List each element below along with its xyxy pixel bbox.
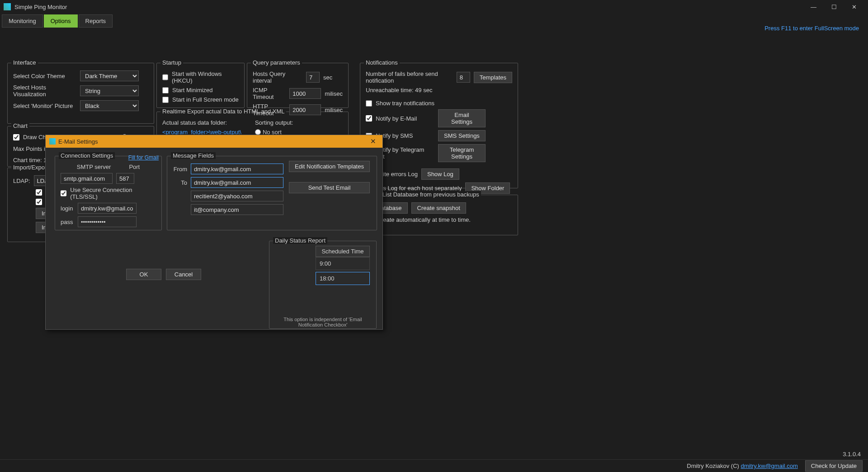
dialog-title: E-Mail Settings: [58, 138, 368, 145]
notify-telegram-label: Notify by Telegram Bot: [376, 146, 434, 160]
group-title: Chart: [11, 122, 29, 129]
group-query-parameters: Query parameters Hosts Query interval se…: [247, 63, 349, 108]
to-input-2[interactable]: [191, 191, 283, 201]
daily-note: This option is independent of 'Email Not…: [271, 317, 374, 327]
start-minimized-label: Start Minimized: [172, 87, 213, 93]
fails-input[interactable]: [457, 72, 470, 83]
notify-sms-label: Notify by SMS: [376, 132, 434, 139]
group-interface: Interface Select Color Theme Dark Theme …: [7, 63, 154, 124]
check-update-button[interactable]: Check for Update: [805, 460, 863, 472]
icmp-label: ICMP Timeout: [253, 87, 286, 100]
group-title: Daily Status Report: [273, 237, 327, 244]
port-header: Port: [129, 164, 140, 170]
port-input[interactable]: [116, 173, 134, 184]
group-title: Startup: [160, 59, 183, 66]
telegram-settings-button[interactable]: Telegram Settings: [438, 144, 486, 162]
tab-options[interactable]: Options: [44, 14, 78, 28]
templates-button[interactable]: Templates: [474, 72, 512, 83]
hosts-viz-label: Select Hosts Visualization: [13, 84, 76, 98]
group-restore: Hosts List Database from previous backup…: [360, 195, 518, 235]
secure-checkbox[interactable]: [61, 190, 66, 196]
dialog-close-button[interactable]: ✕: [368, 137, 379, 145]
minimize-button[interactable]: —: [803, 0, 824, 14]
group-title: Query parameters: [251, 59, 302, 66]
from-input[interactable]: [191, 164, 283, 174]
sms-settings-button[interactable]: SMS Settings: [438, 130, 486, 141]
notify-email-checkbox[interactable]: [366, 115, 372, 122]
tray-checkbox[interactable]: [366, 100, 372, 107]
close-button[interactable]: ✕: [844, 0, 864, 14]
author-email-link[interactable]: dmitry.kw@gmail.com: [741, 463, 797, 469]
monitor-pic-label: Select 'Monitor' Picture: [13, 103, 76, 109]
login-input[interactable]: [78, 203, 137, 214]
author-label: Dmitry Koziakov (C) dmitry.kw@gmail.com: [687, 463, 798, 469]
notify-email-label: Notify by E-Mail: [376, 115, 434, 122]
sort-label: Sorting output:: [255, 119, 293, 126]
fill-gmail-link[interactable]: Fill for Gmail: [128, 154, 159, 161]
scheduled-time-1[interactable]: 9:00: [316, 257, 370, 270]
group-daily-status-report: Daily Status Report Scheduled Time 9:00 …: [269, 241, 377, 329]
ldap-label: LDAP:: [13, 178, 30, 184]
to-label: To: [173, 179, 187, 186]
maximize-button[interactable]: ☐: [824, 0, 844, 14]
http-unit: milisec: [325, 107, 343, 113]
http-input[interactable]: [289, 104, 321, 115]
tabbar: Monitoring Options Reports: [0, 14, 868, 28]
http-label: HTTP Timeout: [253, 103, 286, 117]
monitor-pic-select[interactable]: Black: [80, 100, 139, 111]
app-icon: [4, 3, 11, 10]
tab-monitoring[interactable]: Monitoring: [2, 14, 43, 28]
group-notifications: Notifications Number of fails before sen…: [360, 63, 518, 188]
pass-input[interactable]: [78, 216, 137, 227]
group-title: Message Fields: [171, 152, 216, 159]
from-label: From: [173, 166, 187, 173]
cancel-button[interactable]: Cancel: [166, 269, 201, 280]
inc-checkbox[interactable]: [36, 189, 42, 196]
email-settings-dialog: E-Mail Settings ✕ Connection Settings Fi…: [45, 135, 383, 330]
interval-input[interactable]: [306, 72, 320, 83]
snapshot-button[interactable]: Create snapshot: [411, 202, 466, 214]
color-theme-label: Select Color Theme: [13, 73, 76, 79]
folder-label: Actual status data folder:: [162, 119, 227, 126]
titlebar: Simple Ping Monitor — ☐ ✕: [0, 0, 868, 14]
group-title: Notifications: [364, 59, 400, 66]
start-windows-label: Start with Windows (HKCU): [172, 70, 239, 84]
ok-button[interactable]: OK: [126, 269, 161, 280]
icmp-unit: milisec: [325, 90, 343, 97]
group-message-fields: Message Fields From To: [167, 156, 377, 230]
send-test-button[interactable]: Send Test Email: [289, 182, 370, 193]
smtp-header: SMTP server: [77, 164, 111, 170]
draw-charts-checkbox[interactable]: [13, 134, 19, 140]
group-connection-settings: Connection Settings Fill for Gmail SMTP …: [55, 156, 162, 230]
showlog-button[interactable]: Show Log: [421, 168, 459, 180]
main-panel: Interface Select Color Theme Dark Theme …: [0, 28, 868, 37]
color-theme-select[interactable]: Dark Theme: [80, 70, 139, 81]
start-windows-checkbox[interactable]: [162, 74, 168, 80]
start-fullscreen-checkbox[interactable]: [162, 97, 169, 103]
dialog-titlebar[interactable]: E-Mail Settings ✕: [46, 135, 382, 148]
scheduled-time-2[interactable]: 18:00: [316, 272, 370, 285]
group-title: Interface: [11, 59, 38, 66]
fails-label: Number of fails before send notification: [366, 70, 453, 84]
interval-label: Hosts Query interval: [253, 70, 302, 84]
tab-reports[interactable]: Reports: [79, 14, 113, 28]
version-label: 3.1.0.4: [843, 451, 861, 458]
edit-templates-button[interactable]: Edit Notification Templates: [289, 161, 370, 172]
group-title: Connection Settings: [59, 152, 115, 159]
email-settings-button[interactable]: Email Settings: [438, 109, 486, 127]
start-minimized-checkbox[interactable]: [162, 87, 169, 93]
footer: Dmitry Koziakov (C) dmitry.kw@gmail.com …: [0, 459, 868, 472]
smtp-input[interactable]: [61, 173, 113, 184]
icmp-input[interactable]: [289, 88, 321, 99]
secure-label: Use Secure Connection (TLS/SSL): [70, 187, 156, 200]
unreach-label: Unreachable time: 49 sec: [366, 87, 432, 93]
to-input-3[interactable]: [191, 204, 283, 215]
hosts-viz-select[interactable]: String: [80, 85, 139, 96]
try-checkbox[interactable]: [36, 199, 42, 205]
group-startup: Startup Start with Windows (HKCU) Start …: [156, 63, 245, 108]
scheduled-time-header: Scheduled Time: [316, 246, 370, 257]
tray-label: Show tray notifications: [376, 100, 434, 107]
interval-unit: sec: [323, 74, 332, 81]
start-fullscreen-label: Start in Full Screen mode: [172, 96, 239, 103]
to-input-1[interactable]: [191, 177, 283, 188]
